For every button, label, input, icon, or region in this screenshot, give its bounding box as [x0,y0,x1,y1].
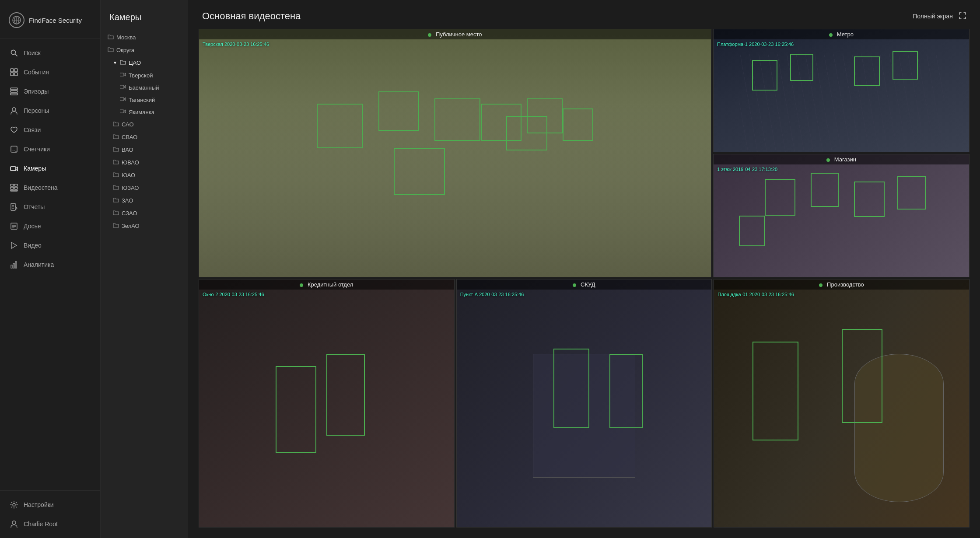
det-box-p2 [842,329,882,423]
folder-icon [113,197,119,204]
sidebar-item-cameras[interactable]: Камеры [0,159,100,178]
tree-label-zelao: ЗелАО [122,223,140,229]
sidebar-item-reports[interactable]: Отчеты [0,197,100,217]
sidebar-item-dossier[interactable]: Досье [0,217,100,236]
sidebar-label-user: Charlie Root [24,521,58,528]
tree-item-szao[interactable]: СЗАО [101,207,188,220]
sidebar-item-episodes[interactable]: Эпизоды [0,82,100,101]
tree-item-basmanny[interactable]: Басманный [101,81,188,94]
tree-item-uvao[interactable]: ЮВАО [101,156,188,169]
videowall-icon [10,183,18,192]
cell-label-shop: Магазин [714,154,969,164]
tree-label-moskva: Москва [116,34,136,41]
tree-label-cao: ЦАО [129,59,141,66]
svg-rect-6 [10,69,14,72]
folder-icon [113,222,119,230]
analytics-icon [10,260,18,269]
det-box-s5 [739,216,764,246]
det-box-6 [394,148,445,196]
sidebar-item-videowall[interactable]: Видеостена [0,178,100,197]
sidebar-item-events[interactable]: События [0,63,100,82]
svg-rect-38 [120,98,124,101]
camera-icon [120,108,126,115]
svg-rect-17 [10,184,14,186]
det-box-7 [527,98,563,133]
tree-item-cao[interactable]: ▼ ЦАО [101,56,188,69]
dossier-icon [10,222,18,231]
folder-icon [113,146,119,154]
svg-rect-39 [120,110,124,113]
fullscreen-label: Полный экран [913,13,953,20]
tree-label-sao: САО [122,121,134,128]
sidebar-footer: Настройки Charlie Root [0,490,100,538]
user-icon [10,520,18,528]
svg-rect-32 [13,263,14,268]
sidebar-user[interactable]: Charlie Root [0,514,100,534]
sidebar-item-analytics[interactable]: Аналитика [0,255,100,274]
video-cell-credit[interactable]: Кредитный отдел Окно-2 2020-03-23 16:25:… [199,279,455,528]
timestamp-credit: Окно-2 2020-03-23 16:25:46 [203,292,264,297]
main-content: Основная видеостена Полный экран Публичн… [188,0,980,538]
det-box-s1 [765,179,795,216]
tree-label-tverskoy: Тверской [129,72,153,79]
tree-item-svao[interactable]: СВАО [101,131,188,143]
video-cell-production[interactable]: Производство Площадка-01 2020-03-23 16:2… [714,279,970,528]
status-dot-metro [829,33,833,37]
tree-label-vao: ВАО [122,147,133,153]
svg-text:..._: ..._ [12,148,18,152]
camera-icon [120,96,126,103]
cameras-icon [10,164,18,173]
sidebar-item-search[interactable]: Поиск [0,43,100,63]
video-cell-access[interactable]: СКУД Пункт-А 2020-03-23 16:25:46 [456,279,712,528]
svg-rect-31 [11,265,12,268]
fullscreen-button[interactable]: Полный экран [913,12,966,21]
sidebar-label-cameras: Камеры [24,165,46,172]
tree-item-moskva[interactable]: Москва [101,31,188,44]
sidebar-item-video[interactable]: Видео [0,236,100,255]
folder-icon [113,133,119,141]
status-dot-public [428,33,431,37]
tree-item-uao[interactable]: ЮАО [101,169,188,182]
tree-item-yakimanka[interactable]: Якиманка [101,106,188,118]
sidebar-item-relations[interactable]: Связи [0,120,100,140]
tree-label-tagansky: Таганский [129,97,155,103]
tree-label-okruga: Округа [116,47,134,53]
sidebar-label-video: Видео [24,242,42,249]
svg-rect-26 [11,223,17,229]
episodes-icon [10,87,18,96]
sidebar-item-counters[interactable]: ..._ Счетчики [0,140,100,159]
camera-icon [120,72,126,79]
det-box-s3 [854,182,885,217]
video-cell-public[interactable]: Публичное место Тверская 2020-03-23 16:2… [199,29,711,277]
events-icon [10,68,18,77]
tree-label-uao: ЮАО [122,172,135,178]
folder-icon [113,171,119,179]
det-box-c2 [326,354,364,436]
tree-item-zelao[interactable]: ЗелАО [101,220,188,232]
tree-item-sao[interactable]: САО [101,118,188,131]
sidebar-label-episodes: Эпизоды [24,88,49,95]
right-stack-top: Метро Платформа-1 2020-03-23 16:25:46 [713,29,970,277]
svg-rect-8 [10,73,14,76]
timestamp-metro: Платформа-1 2020-03-23 16:25:46 [717,42,794,47]
video-cell-shop[interactable]: Магазин 1 этаж 2019-04-23 17:13:20 [713,154,970,277]
camera-tree-panel: Камеры Москва Округа ▼ ЦАО Тверской Басм… [101,0,188,538]
tree-item-tverskoy[interactable]: Тверской [101,69,188,81]
page-title: Основная видеостена [202,10,301,22]
svg-rect-18 [14,184,18,186]
tree-item-zao[interactable]: ЗАО [101,194,188,207]
video-cell-metro[interactable]: Метро Платформа-1 2020-03-23 16:25:46 [713,29,970,152]
folder-icon [113,184,119,192]
status-dot-access [573,283,576,287]
sidebar-item-persons[interactable]: Персоны [0,101,100,120]
tree-item-tagansky[interactable]: Таганский [101,94,188,106]
tree-item-uzao[interactable]: ЮЗАО [101,182,188,194]
det-box-8 [563,108,593,141]
svg-point-13 [12,108,16,111]
tree-item-vao[interactable]: ВАО [101,143,188,156]
cell-label-access: СКУД [457,279,712,290]
sidebar-settings[interactable]: Настройки [0,495,100,514]
tree-item-okruga[interactable]: Округа [101,44,188,56]
svg-rect-11 [10,91,18,92]
tree-label-zao: ЗАО [122,197,133,204]
